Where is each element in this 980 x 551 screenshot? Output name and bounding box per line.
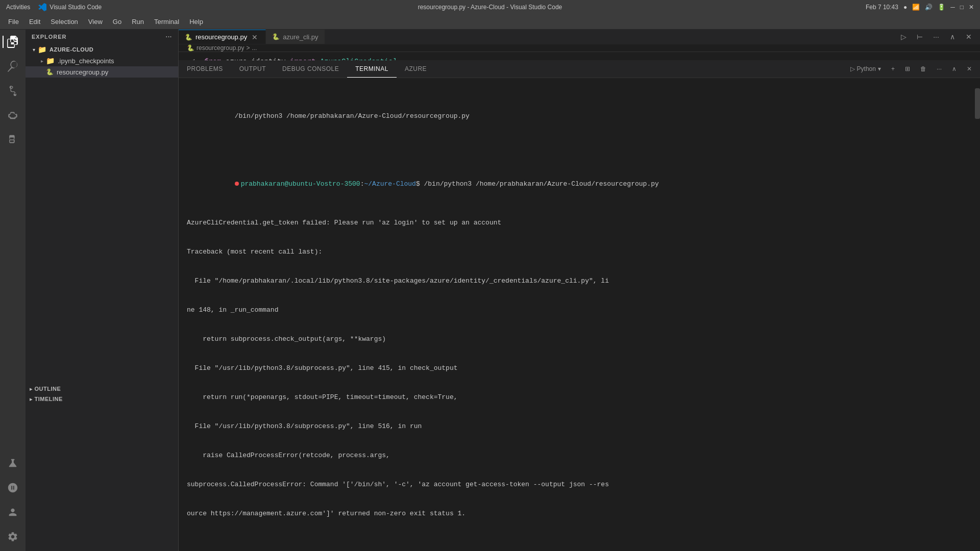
search-activity-icon[interactable] (3, 56, 23, 77)
terminal-scrollbar-thumb[interactable] (975, 88, 980, 119)
source-control-activity-icon[interactable] (3, 81, 23, 101)
maximize-btn[interactable]: □ (960, 4, 964, 11)
resourcegroup-file-item[interactable]: 🐍 resourcegroup.py (26, 66, 178, 78)
terminal-line-tb4: File "/usr/lib/python3.8/subprocess.py",… (187, 363, 967, 373)
close-panel-button[interactable]: ✕ (962, 30, 976, 44)
terminal-prompt-dollar: $ /bin/python3 /home/prabhakaran/Azure-C… (416, 180, 659, 188)
terminal-scrollbar[interactable] (975, 78, 980, 551)
editor-area: 🐍 resourcegroup.py ✕ 🐍 azure_cli.py ▷ ⊢ … (179, 30, 980, 551)
tab-azure-cli-label: azure_cli.py (283, 33, 318, 41)
terminal-line-tb2: File "/home/prabhakaran/.local/lib/pytho… (187, 276, 967, 286)
panel-tab-output[interactable]: OUTPUT (231, 60, 274, 78)
extensions-activity-icon[interactable] (3, 130, 23, 150)
settings-activity-icon[interactable] (3, 527, 23, 547)
terminal-output[interactable]: /bin/python3 /home/prabhakaran/Azure-Clo… (179, 78, 975, 551)
panel-tab-terminal[interactable]: TERMINAL (347, 60, 397, 78)
collapse-panel-button[interactable]: ∧ (945, 30, 960, 44)
terminal-label: ▷ Python ▾ (846, 64, 885, 73)
menu-go[interactable]: Go (109, 17, 126, 27)
project-root-item[interactable]: ▾ 📁 AZURE-CLOUD (26, 44, 178, 55)
terminal-line-error-msg: AzureCliCredential.get_token failed: Ple… (187, 218, 967, 228)
more-actions-button[interactable]: ··· (929, 30, 943, 44)
ipynb-expand-arrow[interactable]: ▸ (38, 57, 46, 65)
app-name: Visual Studio Code (38, 3, 102, 11)
menu-view[interactable]: View (84, 17, 107, 27)
terminal-line-tb8b: ource https://management.azure.com']' re… (187, 509, 967, 518)
tab-resourcegroup[interactable]: 🐍 resourcegroup.py ✕ (179, 30, 266, 44)
new-terminal-button[interactable]: + (887, 64, 899, 73)
split-terminal-button[interactable]: ⊞ (901, 64, 914, 73)
kill-terminal-button[interactable]: 🗑 (916, 64, 930, 73)
menu-edit[interactable]: Edit (25, 17, 44, 27)
explorer-title: Explorer (32, 34, 67, 40)
breadcrumb: 🐍 resourcegroup.py > ... (179, 44, 980, 52)
split-editor-button[interactable]: ⊢ (913, 30, 927, 44)
ipynb-folder-label: .ipynb_checkpoints (58, 57, 114, 65)
tab-resourcegroup-label: resourcegroup.py (195, 33, 247, 41)
terminal-run-icon: ▷ (850, 65, 855, 72)
explorer-activity-icon[interactable] (3, 32, 23, 52)
terminal-prompt-path: ~/Azure-Cloud (364, 180, 415, 188)
python-file-icon: 🐍 (46, 68, 54, 76)
terminal-line-prompt: prabhakaran@ubuntu-Vostro-3500:~/Azure-C… (187, 169, 967, 198)
vscode-logo-icon (38, 3, 46, 11)
module-azure: azure.identity (226, 58, 290, 60)
network-icon: 📶 (912, 4, 920, 11)
code-editor[interactable]: 1 from azure.identity import AzureCliCre… (179, 52, 980, 60)
outline-label: OUTLINE (35, 386, 61, 392)
activities-label[interactable]: Activities (6, 4, 30, 11)
more-terminal-actions[interactable]: ··· (933, 64, 946, 73)
project-name: AZURE-CLOUD (50, 46, 93, 53)
menu-file[interactable]: File (4, 17, 23, 27)
terminal-line-tb1: Traceback (most recent call last): (187, 247, 967, 257)
timeline-label: TIMELINE (35, 396, 63, 402)
breadcrumb-more[interactable]: ... (252, 44, 257, 52)
minimize-btn[interactable]: ─ (950, 4, 955, 11)
menu-selection[interactable]: Selection (46, 17, 82, 27)
system-bar-right: Feb 7 10:43 ● 📶 🔊 🔋 ─ □ ✕ (866, 4, 974, 11)
close-btn[interactable]: ✕ (969, 4, 974, 11)
ipynb-folder-item[interactable]: ▸ 📁 .ipynb_checkpoints (26, 55, 178, 66)
maximize-panel-button[interactable]: ∧ (948, 64, 961, 73)
panel-tab-debug-console[interactable]: DEBUG CONSOLE (274, 60, 347, 78)
panel: PROBLEMS OUTPUT DEBUG CONSOLE TERMINAL A… (179, 60, 980, 551)
panel-tab-problems[interactable]: PROBLEMS (179, 60, 231, 78)
account-activity-icon[interactable] (3, 502, 23, 522)
menu-terminal[interactable]: Terminal (150, 17, 183, 27)
menu-help[interactable]: Help (185, 17, 207, 27)
test-activity-icon[interactable] (3, 453, 23, 473)
terminal-line-tb6: File "/usr/lib/python3.8/subprocess.py",… (187, 421, 967, 431)
breadcrumb-icon: 🐍 (187, 44, 194, 52)
project-collapse-arrow[interactable]: ▾ (30, 45, 38, 54)
datetime: Feb 7 10:43 (866, 4, 898, 11)
remote-activity-icon[interactable] (3, 478, 23, 498)
terminal-line-cmd1: /bin/python3 /home/prabhakaran/Azure-Clo… (187, 102, 967, 131)
terminal-line-tb7: raise CalledProcessError(retcode, proces… (187, 450, 967, 460)
system-bar: Activities Visual Studio Code resourcegr… (0, 0, 980, 14)
sidebar: Explorer ··· ▾ 📁 AZURE-CLOUD ▸ 📁 .ipynb_… (26, 30, 179, 551)
breadcrumb-file[interactable]: resourcegroup.py (197, 44, 244, 52)
run-code-button[interactable]: ▷ (896, 30, 911, 44)
tab-azure-cli[interactable]: 🐍 azure_cli.py (266, 30, 325, 44)
panel-tab-azure[interactable]: AZURE (397, 60, 435, 78)
recording-indicator: ● (903, 4, 907, 11)
menu-run[interactable]: Run (128, 17, 148, 27)
window-title: resourcegroup.py - Azure-Cloud - Visual … (418, 4, 562, 11)
timeline-expand-icon: ▸ (30, 396, 33, 402)
terminal-prompt-user: prabhakaran@ubuntu-Vostro-3500 (241, 180, 360, 188)
tab-python-icon-2: 🐍 (272, 33, 280, 40)
explorer-more-button[interactable]: ··· (166, 34, 172, 40)
timeline-section[interactable]: ▸ TIMELINE (26, 394, 178, 404)
run-debug-activity-icon[interactable] (3, 105, 23, 126)
breadcrumb-sep1: > (246, 44, 250, 52)
terminal-dropdown-icon[interactable]: ▾ (878, 65, 881, 72)
terminal-name-label: Python (857, 65, 876, 72)
outline-section[interactable]: ▸ OUTLINE (26, 384, 178, 394)
main-layout: Explorer ··· ▾ 📁 AZURE-CLOUD ▸ 📁 .ipynb_… (0, 30, 980, 551)
close-panel-button-2[interactable]: ✕ (963, 64, 976, 73)
tab-close-resourcegroup[interactable]: ✕ (250, 33, 259, 42)
system-bar-left: Activities Visual Studio Code (6, 3, 102, 11)
terminal-line-tb5: return run(*popenargs, stdout=PIPE, time… (187, 392, 967, 402)
file-tree: ▾ 📁 AZURE-CLOUD ▸ 📁 .ipynb_checkpoints 🐍… (26, 44, 178, 551)
tab-bar: 🐍 resourcegroup.py ✕ 🐍 azure_cli.py ▷ ⊢ … (179, 30, 980, 44)
